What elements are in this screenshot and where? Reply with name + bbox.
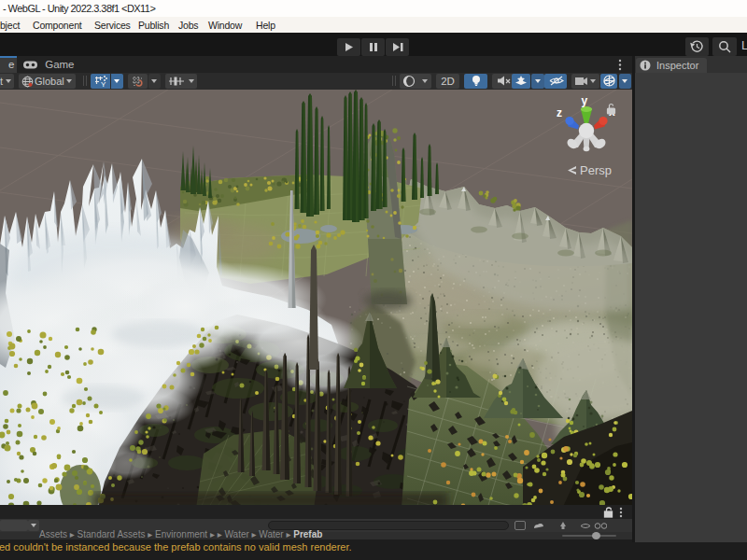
svg-text:y: y [582,94,588,107]
svg-text:z: z [557,106,562,119]
svg-text:Y: Y [101,80,106,88]
svg-text:Persp: Persp [580,163,612,177]
